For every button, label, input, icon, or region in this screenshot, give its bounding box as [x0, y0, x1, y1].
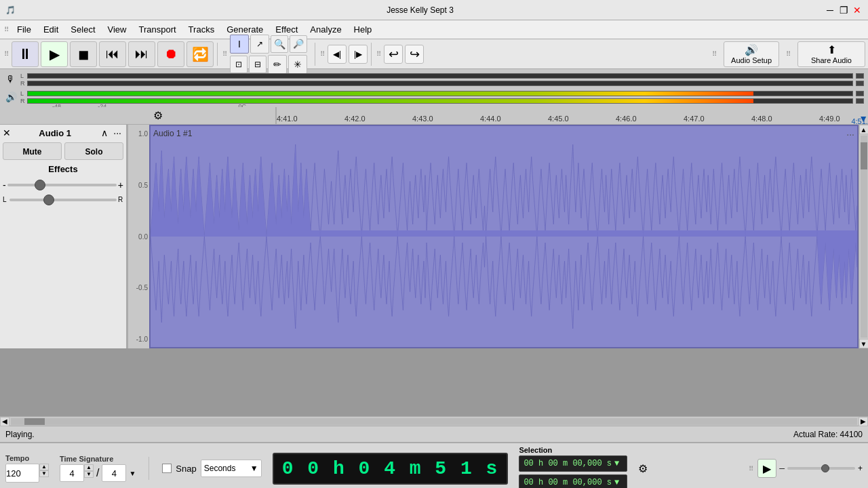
play-button[interactable]: ▶ [41, 41, 68, 67]
track-title: Audio 1 [39, 128, 71, 138]
record-button[interactable]: ⏺ [157, 41, 184, 67]
selection-settings-icon[interactable]: ⚙ [638, 462, 648, 475]
prev-button[interactable]: ⏮ [99, 41, 126, 67]
timesig-denominator[interactable]: 4 [102, 464, 126, 482]
pause-button[interactable]: ⏸ [12, 41, 39, 67]
menubar-grip: ⠿ [3, 26, 10, 33]
timesig-num-down[interactable]: ▼ [84, 471, 94, 478]
horizontal-scrollbar: ◀ ▶ [0, 416, 868, 426]
mute-button[interactable]: Mute [3, 142, 62, 160]
clip-menu-button[interactable]: ··· [846, 129, 854, 140]
ruler-settings-icon[interactable]: ⚙ [153, 109, 163, 122]
effects-label: Effects [3, 164, 123, 174]
pan-slider-track [9, 199, 117, 201]
zoom-out-button[interactable]: 🔎 [290, 35, 307, 53]
share-audio-button[interactable]: ⬆ Share Audio [797, 41, 865, 67]
seconds-value: Seconds [204, 464, 236, 473]
timesig-numerator[interactable]: 4 [60, 464, 84, 482]
playback-speed-slider[interactable] [787, 467, 855, 470]
loop-button[interactable]: 🔁 [186, 41, 214, 67]
select-tool[interactable]: I [230, 35, 249, 54]
zoom-fit-button[interactable]: ⊡ [230, 56, 248, 73]
audio-setup-icon: 🔊 [745, 43, 758, 56]
tempo-down-button[interactable]: ▼ [39, 470, 49, 477]
snap-checkbox[interactable] [162, 464, 172, 473]
hscroll-thumb[interactable] [24, 418, 45, 425]
share-audio-icon: ⬆ [827, 43, 836, 56]
input-meter-row: 🎙 L R -48-240C [0, 71, 868, 87]
audio-setup-button[interactable]: 🔊 Audio Setup [724, 41, 779, 67]
separator-3 [371, 43, 372, 66]
tempo-input-group: 120 ▲ ▼ [5, 464, 49, 483]
pan-row: L R [3, 196, 123, 203]
audio-setup-label: Audio Setup [731, 56, 772, 64]
playback-meter-L [27, 91, 853, 96]
playback-speed-thumb[interactable] [821, 464, 829, 472]
timesig-num-up[interactable]: ▲ [84, 464, 94, 471]
pan-right-label: R [118, 196, 123, 203]
hscroll-right-button[interactable]: ▶ [859, 417, 868, 426]
app-icon: 🎵 [5, 5, 16, 15]
footer-play-button[interactable]: ▶ [757, 459, 776, 478]
playback-clip-R [856, 98, 864, 104]
ruler: ⚙ 4:41.0 4:42.0 4:43.0 4:44.0 4:45.0 4:4… [0, 107, 868, 125]
speed-plus-icon: + [858, 464, 863, 473]
menu-help[interactable]: Help [349, 23, 378, 36]
minimize-icon[interactable]: ─ [825, 5, 835, 16]
track-close-icon[interactable]: ✕ [3, 127, 11, 138]
envelope-tool[interactable]: ↗ [250, 35, 269, 54]
stop-button[interactable]: ◼ [70, 41, 97, 67]
redo-button[interactable]: ↪ [405, 45, 424, 64]
vertical-scrollbar: ▲ ▼ [859, 125, 868, 348]
selection-end-dropdown[interactable]: ▼ [614, 478, 619, 487]
tempo-up-button[interactable]: ▲ [39, 464, 49, 470]
tempo-input[interactable]: 120 [5, 464, 39, 483]
menu-file[interactable]: File [12, 23, 37, 36]
waveform-area[interactable]: Audio 1 #1 ··· // This will be rendered … [149, 125, 859, 348]
tempo-label: Tempo [5, 454, 29, 462]
menu-view[interactable]: View [102, 23, 132, 36]
restore-icon[interactable]: ❐ [838, 5, 849, 16]
hscroll-left-button[interactable]: ◀ [0, 417, 9, 426]
ruler-mark-6: 4:47.0 [684, 115, 705, 123]
empty-area [0, 348, 868, 416]
menu-tracks[interactable]: Tracks [183, 23, 220, 36]
timesig-den-chevron[interactable]: ▼ [129, 470, 136, 477]
titlebar-title: Jesse Kelly Sept 3 [387, 5, 454, 15]
trim-right-button[interactable]: |▶ [349, 45, 368, 64]
next-button[interactable]: ⏭ [128, 41, 155, 67]
selection-end-value: 00 h 00 m 00,000 s [524, 478, 612, 487]
vscroll-thumb[interactable] [861, 142, 867, 169]
vscroll-track [861, 136, 867, 338]
track-collapse-icon[interactable]: ∧ [99, 127, 110, 138]
timesig-num-group: 4 ▲ ▼ [60, 464, 94, 482]
gain-slider-thumb[interactable] [35, 180, 45, 190]
vscroll-up-button[interactable]: ▲ [859, 125, 869, 134]
titlebar-left: 🎵 [5, 5, 16, 15]
footer-separator-1 [149, 457, 149, 480]
trim-left-button[interactable]: ◀| [328, 45, 347, 64]
track-menu-icon[interactable]: ··· [111, 127, 123, 138]
toolbar-grip-4: ⠿ [375, 50, 382, 58]
menu-select[interactable]: Select [65, 23, 100, 36]
pan-slider-thumb[interactable] [43, 195, 54, 205]
menu-edit[interactable]: Edit [38, 23, 64, 36]
speaker-icon: 🔊 [4, 92, 18, 102]
vscroll-down-button[interactable]: ▼ [859, 339, 869, 348]
menu-transport[interactable]: Transport [133, 23, 181, 36]
toolbar-grip-2: ⠿ [221, 50, 229, 58]
titlebar: 🎵 Jesse Kelly Sept 3 ─ ❐ ✕ [0, 0, 868, 20]
seconds-dropdown[interactable]: Seconds ▼ [201, 460, 262, 477]
track-header: ✕ Audio 1 ∧ ··· [3, 127, 123, 138]
solo-button[interactable]: Solo [64, 142, 123, 160]
zoom-toggle-button[interactable]: ⊟ [249, 56, 267, 73]
close-icon[interactable]: ✕ [852, 5, 863, 16]
status-bar: Playing. Actual Rate: 44100 [0, 426, 868, 442]
ruler-mark-1: 4:42.0 [344, 115, 366, 123]
gain-plus-icon: + [118, 180, 123, 190]
selection-label: Selection [519, 446, 552, 454]
input-meter-L [27, 73, 853, 79]
zoom-in-button[interactable]: 🔍 [271, 35, 288, 53]
undo-button[interactable]: ↩ [384, 45, 403, 64]
selection-start-dropdown[interactable]: ▼ [614, 459, 619, 468]
